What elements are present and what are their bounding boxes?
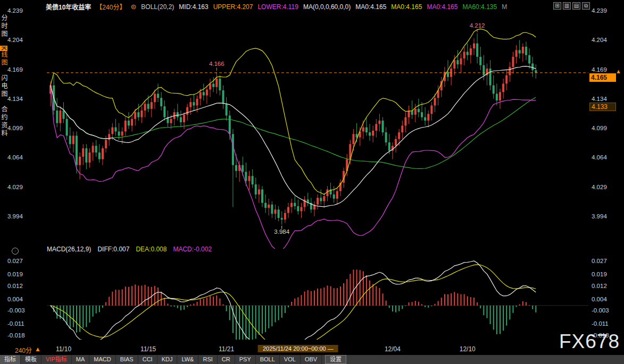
boll-mid-value: MID:4.163 bbox=[179, 3, 208, 11]
toolbar-tab-templates[interactable]: 模板 bbox=[21, 355, 41, 364]
y-axis-label: 4.239 bbox=[7, 7, 23, 14]
y-axis-label: 4.064 bbox=[592, 154, 607, 160]
ma0-value-2: MA0:4.165 bbox=[391, 3, 422, 11]
toolbar-tab-psy[interactable]: PSY bbox=[235, 355, 256, 364]
crosshair-time-label: 2025/11/24 20:00~00:00 — bbox=[258, 345, 338, 352]
toolbar-tab-vip-indicators[interactable]: VIP指标 bbox=[41, 355, 72, 364]
y-axis-label: 4.169 bbox=[7, 66, 23, 73]
price-annotation: 4.212 bbox=[470, 22, 485, 29]
instrument-title: 美债10年收益率 bbox=[46, 2, 91, 11]
macd-plot[interactable] bbox=[47, 261, 588, 344]
y-axis-label: 4.029 bbox=[592, 184, 607, 190]
ma0-value-1: MA0:4.165 bbox=[355, 3, 386, 11]
price-annotation: 3.984 bbox=[274, 228, 289, 235]
y-axis-label: 4.099 bbox=[7, 125, 23, 131]
macd-axis-label: 0.027 bbox=[592, 258, 607, 264]
sidebar-item-flash-chart[interactable]: 闪电图 bbox=[0, 74, 9, 98]
ma-price-tag: 4.133 bbox=[589, 103, 616, 111]
ma60-value: MA60:4.135 bbox=[462, 3, 497, 11]
toolbar-tab-cr[interactable]: CR bbox=[218, 355, 235, 364]
ma-label: MA(0,0,0,60,0,0) bbox=[303, 3, 351, 11]
macd-header: MACD(26,12,9) DIFF:0.007 DEA:0.008 MACD:… bbox=[47, 246, 212, 253]
main-chart-plot[interactable] bbox=[49, 29, 537, 251]
boll-lower-line bbox=[51, 86, 536, 252]
chart-header: 美债10年收益率 【240分】 ⊜ BOLL(20,2) MID:4.163 U… bbox=[46, 2, 507, 11]
boll-mid-line bbox=[51, 66, 536, 207]
period-label[interactable]: 【240分】 bbox=[96, 2, 126, 11]
boll-lower-value: LOWER:4.119 bbox=[257, 3, 298, 11]
sidebar-item-label: 线图 bbox=[0, 51, 7, 67]
macd-axis-label: 0.012 bbox=[592, 283, 607, 289]
macd-axis-label: 0.027 bbox=[7, 258, 23, 264]
y-axis-label: 4.204 bbox=[592, 37, 607, 43]
period-selector[interactable]: 240分▲ bbox=[15, 345, 41, 354]
y-axis-label: 4.134 bbox=[7, 96, 23, 102]
toolbar-tab-boll[interactable]: BOLL bbox=[256, 355, 280, 364]
ma0-value-3: MA0:4.165 bbox=[427, 3, 457, 11]
indicator-toolbar: 指标模板VIP指标MAMACDBIASCCIKDJLW&RSICRPSYBOLL… bbox=[0, 355, 624, 364]
macd-axis-label: 0.019 bbox=[7, 271, 23, 277]
sidebar-item-candle-chart[interactable]: K线图 bbox=[0, 46, 9, 67]
y-axis-label: 4.204 bbox=[7, 37, 23, 43]
y-axis-label: 4.099 bbox=[592, 125, 607, 131]
y-axis-label: 4.029 bbox=[7, 184, 23, 190]
sidebar-item-contract-info[interactable]: 合约资料 bbox=[0, 106, 9, 138]
ma60-line bbox=[51, 86, 536, 169]
y-axis-label: 4.169 bbox=[592, 66, 607, 73]
macd-axis-label: 0.004 bbox=[7, 296, 23, 302]
macd-axis-label: 0.004 bbox=[592, 296, 607, 302]
trading-terminal: 4.1664.2123.9844.2394.2394.2044.2044.169… bbox=[0, 0, 624, 364]
macd-axis-label: -0.011 bbox=[592, 320, 609, 327]
price-annotation: 4.166 bbox=[209, 61, 224, 67]
toolbar-tab-ma[interactable]: MA bbox=[72, 355, 90, 364]
boll-label: BOLL(20,2) bbox=[141, 3, 174, 11]
toolbar-tab-macd[interactable]: MACD bbox=[89, 355, 115, 364]
period-text: 240分 bbox=[15, 345, 32, 354]
dea-line bbox=[51, 265, 536, 344]
x-axis-label: 11/10 bbox=[56, 345, 71, 353]
toolbar-tab-rsi[interactable]: RSI bbox=[198, 355, 217, 364]
toolbar-tab-kdj[interactable]: KDJ bbox=[157, 355, 178, 364]
layout-grid-icon[interactable]: ⊞ bbox=[553, 2, 561, 10]
macd-bar-value: MACD:-0.002 bbox=[173, 246, 212, 253]
y-axis-label: 4.134 bbox=[592, 96, 607, 102]
chart-panel-icon[interactable]: ▥ bbox=[563, 2, 571, 10]
k-badge: K bbox=[0, 46, 7, 51]
y-axis-label: 3.994 bbox=[7, 213, 23, 219]
popout-window-icon[interactable]: ⧉ bbox=[582, 2, 590, 10]
toolbar-tab-settings[interactable]: 设置 bbox=[325, 355, 346, 364]
toolbar-tab-obv[interactable]: OBV bbox=[301, 355, 322, 364]
period-up-arrow-icon: ▲ bbox=[35, 345, 41, 354]
window-controls: ⊞▥▤⧉ bbox=[553, 2, 590, 10]
y-axis-label: 4.239 bbox=[592, 7, 607, 14]
price-chart[interactable]: 4.1664.2123.9844.2394.2394.2044.2044.169… bbox=[0, 0, 624, 344]
current-price-tag: 4.165 bbox=[589, 73, 616, 82]
toolbar-tab-bias[interactable]: BIAS bbox=[116, 355, 138, 364]
macd-axis-label: 0.019 bbox=[592, 271, 607, 277]
chart-type-sidebar: 分时图 K线图 闪电图 合约资料 bbox=[0, 14, 8, 138]
y-axis-label: 3.994 bbox=[592, 213, 607, 219]
boll-upper-value: UPPER:4.207 bbox=[213, 3, 253, 11]
data-panel-icon[interactable]: ▤ bbox=[572, 2, 580, 10]
toolbar-tab-lw[interactable]: LW& bbox=[177, 355, 198, 364]
macd-axis-label: 0.012 bbox=[7, 283, 23, 289]
macd-label: MACD(26,12,9) bbox=[47, 246, 91, 253]
x-axis-label: 11/15 bbox=[140, 345, 156, 353]
x-axis-label: 11/21 bbox=[219, 345, 234, 353]
indicator-settings-icon[interactable]: ⊜ bbox=[130, 3, 136, 11]
m-label: M bbox=[502, 3, 507, 11]
x-axis-label: 12/10 bbox=[460, 345, 476, 353]
macd-axis-label: -0.011 bbox=[7, 320, 24, 327]
toolbar-tab-vol[interactable]: VOL bbox=[280, 355, 301, 364]
sidebar-item-time-chart[interactable]: 分时图 bbox=[0, 14, 9, 38]
x-axis-label: 12/04 bbox=[385, 345, 401, 353]
diff-line bbox=[51, 261, 536, 344]
x-axis: 240分▲ 2025/11/24 20:00~00:00 — 11/1011/1… bbox=[0, 344, 624, 355]
macd-panel-toggle-icon[interactable]: · bbox=[12, 248, 19, 255]
y-axis-label: 4.064 bbox=[7, 154, 23, 160]
macd-diff-value: DIFF:0.007 bbox=[97, 246, 129, 253]
macd-axis-label: -0.003 bbox=[7, 307, 25, 314]
toolbar-tab-indicators[interactable]: 指标 bbox=[0, 355, 21, 364]
toolbar-tab-cci[interactable]: CCI bbox=[138, 355, 157, 364]
macd-dea-value: DEA:0.008 bbox=[136, 246, 167, 253]
